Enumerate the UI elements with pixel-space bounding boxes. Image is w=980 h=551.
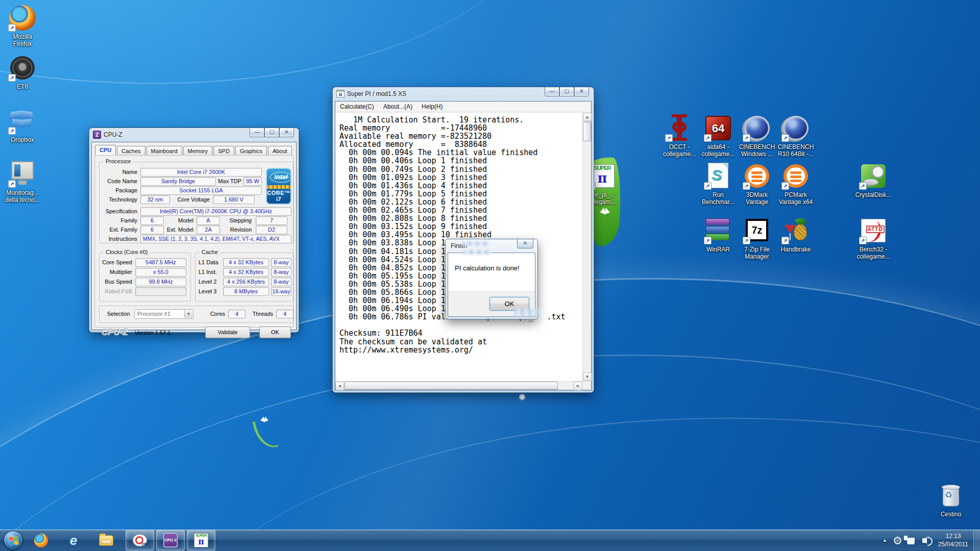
- menu-calculate[interactable]: Calculate(C): [335, 102, 379, 112]
- desktop-icon-run-benchmark[interactable]: S ↗ RunBenchmar...: [698, 162, 738, 206]
- desktop-icon-dropbox[interactable]: ↗ Dropbox: [3, 107, 42, 143]
- desktop-icon-pcmark[interactable]: ↗ PCMarkVantage x64: [776, 162, 816, 206]
- butterfly-decoration: [260, 417, 268, 422]
- processor-group: Processor Name Intel Core i7 2600K Code …: [99, 162, 294, 243]
- desktop-icon-cinebench-windows[interactable]: ↗ CINEBENCHWindows ...: [737, 114, 777, 158]
- superpi-app-icon: SUPER π: [336, 90, 345, 97]
- internet-explorer-icon: e: [70, 533, 77, 548]
- code-name-field: Sandy Bridge: [140, 177, 216, 186]
- desktop-icon-7zip[interactable]: 7z ↗ 7-Zip FileManager: [737, 217, 777, 260]
- desktop-icon-monitoring[interactable]: ↗ Monitorag...della tecno...: [3, 160, 42, 204]
- desktop-icon-occt[interactable]: ↗ OCCT -collegame...: [659, 114, 699, 158]
- blurred-text-patch: [514, 309, 543, 316]
- shortcut-arrow-icon: ↗: [8, 24, 16, 32]
- desktop-icon-3dmark[interactable]: ↗ 3DMarkVantage: [737, 162, 777, 206]
- network-icon[interactable]: [905, 534, 917, 546]
- scroll-right-button[interactable]: ►: [574, 382, 582, 390]
- tray-wheel-icon[interactable]: [892, 534, 904, 546]
- tab-about[interactable]: About: [268, 146, 292, 156]
- show-hidden-icons-button[interactable]: ▲: [878, 536, 891, 545]
- taskbar-superpi-button[interactable]: SUPERπ: [187, 530, 215, 550]
- vertical-scroll-thumb[interactable]: [583, 122, 591, 141]
- desktop-icon-cinebench-r10[interactable]: ↗ CINEBENCHR10 64Bit -...: [776, 114, 816, 158]
- window-title: Super PI / mod1.5 XS: [347, 90, 406, 97]
- tab-graphics[interactable]: Graphics: [235, 146, 267, 156]
- close-button[interactable]: ✕: [279, 128, 294, 137]
- l1-data-field: 4 x 32 KBytes: [223, 258, 269, 267]
- ext-family-field: 6: [140, 226, 164, 234]
- tab-memory[interactable]: Memory: [183, 146, 213, 156]
- desktop-icon-et6[interactable]: ↗ ET6: [3, 54, 42, 90]
- desktop-icon-label: OCCT -collegame...: [659, 143, 699, 158]
- windows-logo-icon: [9, 536, 18, 545]
- desktop-icon-aida64[interactable]: 64 ↗ aida64 -collegame...: [698, 114, 738, 158]
- superpi-menubar: Calculate(C) About...(A) Help(H): [335, 102, 591, 112]
- show-desktop-button[interactable]: [973, 530, 980, 551]
- taskbar-clock[interactable]: 12:13 25/04/2011: [931, 532, 973, 548]
- menu-about[interactable]: About...(A): [379, 102, 417, 112]
- desktop-icon-label: Bench32 -collegame...: [853, 246, 893, 260]
- desktop-icon-label: Handbrake: [776, 246, 816, 253]
- desktop-icon-atto-bench32[interactable]: ATTO ↗ Bench32 -collegame...: [853, 217, 893, 260]
- cpuz-window: Z CPU-Z — ▢ ✕ CPUCachesMainboardMemorySP…: [89, 128, 299, 332]
- taskbar-firefox-button[interactable]: [30, 530, 52, 550]
- level2-assoc-field: 8-way: [271, 278, 291, 286]
- taskbar: e ✂ CPU Z SUPERπ ▲ 12:13 25/04/2011: [0, 530, 980, 551]
- cores-field: 4: [228, 310, 246, 318]
- processor-selection-dropdown[interactable]: Processor #1▼: [134, 309, 193, 319]
- model-field: A: [197, 216, 220, 225]
- folder-icon: [99, 535, 113, 546]
- vertical-scrollbar[interactable]: ▲ ▼: [582, 113, 591, 381]
- close-button[interactable]: ✕: [574, 87, 589, 96]
- scroll-up-button[interactable]: ▲: [583, 113, 592, 121]
- taskbar-snipping-tool-button[interactable]: ✂: [126, 530, 154, 550]
- l1-inst-field: 4 x 32 KBytes: [223, 268, 269, 277]
- shortcut-arrow-icon: ↗: [8, 127, 16, 135]
- volume-icon[interactable]: [918, 534, 930, 546]
- cpuz-cpu-page: Processor Name Intel Core i7 2600K Code …: [94, 155, 293, 328]
- cpuz-logo: CPU-Z: [101, 327, 128, 337]
- shortcut-arrow-icon: ↗: [781, 237, 789, 244]
- shortcut-arrow-icon: ↗: [8, 74, 16, 82]
- stepping-field: 7: [256, 216, 287, 225]
- desktop-icon-label: MozillaFirefox: [3, 33, 42, 47]
- shortcut-arrow-icon: ↗: [704, 134, 712, 142]
- clocks-group: Clocks (Core #0) Core Speed 5487.5 MHz M…: [99, 253, 191, 302]
- horizontal-scroll-thumb[interactable]: [345, 382, 558, 390]
- menu-help[interactable]: Help(H): [417, 102, 447, 112]
- validate-button[interactable]: Validate: [205, 327, 250, 338]
- level2-field: 4 x 256 KBytes: [223, 278, 269, 286]
- desktop-icon-label: ET6: [3, 83, 42, 90]
- instructions-field: MMX, SSE (1, 2, 3, 3S, 4.1, 4.2), EM64T,…: [140, 235, 291, 243]
- scroll-down-button[interactable]: ▼: [583, 372, 592, 381]
- shortcut-arrow-icon: ↗: [743, 134, 750, 142]
- l1-data-assoc-field: 8-way: [271, 258, 291, 267]
- desktop-icon-handbrake[interactable]: ↗ Handbrake: [776, 217, 816, 253]
- maximize-button[interactable]: ▢: [264, 128, 279, 137]
- shortcut-arrow-icon: ↗: [704, 237, 712, 244]
- package-field: Socket 1155 LGA: [140, 186, 262, 195]
- ok-button[interactable]: OK: [259, 327, 291, 338]
- desktop-icon-label: CINEBENCHWindows ...: [737, 143, 777, 158]
- close-icon[interactable]: ✕: [517, 239, 533, 248]
- tab-caches[interactable]: Caches: [117, 146, 145, 156]
- taskbar-cpuz-button[interactable]: CPU Z: [156, 530, 185, 550]
- start-button[interactable]: [4, 531, 23, 550]
- desktop-icon-crystaldisk[interactable]: ↗ CrystalDisk...: [853, 162, 893, 198]
- desktop-icon-label: CINEBENCHR10 64Bit -...: [776, 143, 816, 158]
- scroll-left-button[interactable]: ◄: [335, 382, 344, 390]
- family-field: 6: [140, 216, 164, 225]
- tab-spd[interactable]: SPD: [213, 146, 234, 156]
- desktop-icon-winrar[interactable]: ↗ WinRAR: [698, 217, 738, 253]
- tab-cpu[interactable]: CPU: [95, 145, 116, 156]
- horizontal-scrollbar[interactable]: ◄ ►: [335, 381, 582, 390]
- tab-mainboard[interactable]: Mainboard: [146, 146, 182, 156]
- minimize-button[interactable]: —: [250, 128, 264, 137]
- taskbar-explorer-button[interactable]: [95, 530, 117, 550]
- taskbar-internet-explorer-button[interactable]: e: [62, 530, 85, 550]
- desktop-icon-recycle-bin[interactable]: ♻ Cestino: [931, 482, 971, 518]
- desktop-icon-firefox[interactable]: ↗ MozillaFirefox: [3, 4, 42, 47]
- maximize-button[interactable]: ▢: [559, 87, 574, 96]
- desktop-icon-label: aida64 -collegame...: [698, 143, 738, 158]
- minimize-button[interactable]: —: [545, 87, 559, 96]
